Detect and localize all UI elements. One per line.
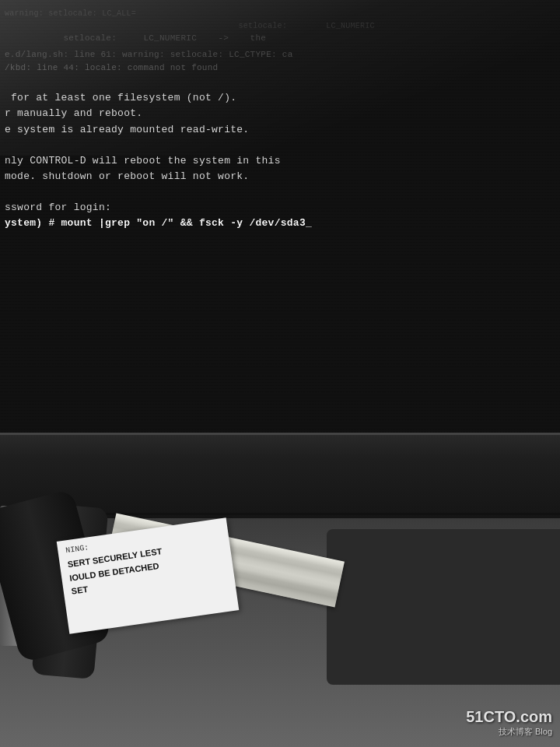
terminal-line: warning: setlocale: LC_ALL=: [5, 8, 555, 20]
terminal-line: ssword for login:: [5, 200, 555, 216]
background-device: [327, 529, 560, 685]
watermark: 51CTO.com 技术博客 Blog: [466, 708, 552, 738]
monitor-screen: warning: setlocale: LC_ALL= setlocale: L…: [0, 0, 560, 451]
terminal-line: /kbd: line 44: locale: command not found: [5, 61, 555, 75]
monitor-bezel: 0068 o/o MITSU: [0, 433, 560, 518]
terminal-line: [5, 75, 555, 90]
terminal-output: warning: setlocale: LC_ALL= setlocale: L…: [0, 0, 560, 238]
terminal-line: [5, 138, 555, 153]
terminal-line: nly CONTROL-D will reboot the system in …: [5, 153, 555, 169]
terminal-command-line: ystem) # mount |grep "on /" && fsck -y /…: [5, 216, 555, 231]
terminal-line: e.d/lang.sh: line 61: warning: setlocale…: [5, 48, 555, 61]
terminal-line: e system is already mounted read-write.: [5, 122, 555, 138]
watermark-main-text: 51CTO.com: [466, 708, 552, 726]
bezel-top-line: [0, 433, 560, 435]
terminal-line: r manually and reboot.: [5, 106, 555, 121]
terminal-line: setlocale: LC_NUMERIC -> the: [5, 32, 555, 45]
watermark-sub-text: 技术博客 Blog: [466, 726, 552, 738]
terminal-line: mode. shutdown or reboot will not work.: [5, 169, 555, 184]
terminal-line: [5, 184, 555, 200]
terminal-line: setlocale: LC_NUMERIC: [5, 20, 555, 33]
terminal-line: for at least one filesystem (not /).: [5, 90, 555, 106]
